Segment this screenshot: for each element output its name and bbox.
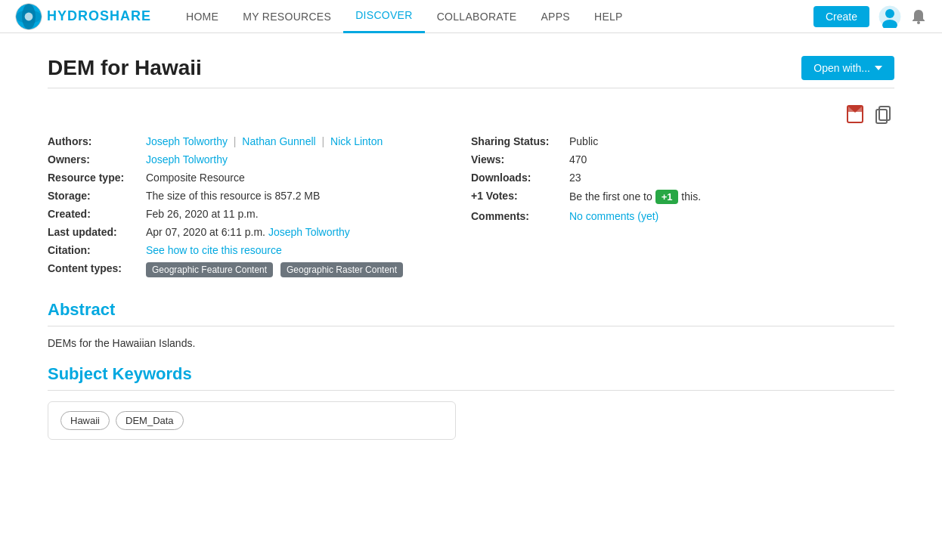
created-label: Created:	[48, 208, 146, 220]
downloads-value: 23	[569, 172, 581, 184]
votes-row: +1 Votes: Be the first one to +1 this.	[471, 190, 894, 204]
meta-col-left: Authors: Joseph Tolworthy | Nathan Gunne…	[48, 135, 471, 277]
chevron-down-icon	[875, 64, 882, 72]
comments-value: No comments (yet)	[569, 210, 658, 222]
citation-label: Citation:	[48, 244, 146, 256]
content-type-badge-raster: Geographic Raster Content	[280, 262, 403, 277]
sharing-status-row: Sharing Status: Public	[471, 135, 894, 147]
vote-button[interactable]: +1	[655, 190, 679, 204]
abstract-divider	[48, 326, 894, 326]
content-types-label: Content types:	[48, 262, 146, 274]
meta-col-right: Sharing Status: Public Views: 470 Downlo…	[471, 135, 894, 277]
owners-value: Joseph Tolworthy	[146, 153, 228, 166]
keywords-box: Hawaii DEM_Data	[48, 401, 456, 440]
author-joseph[interactable]: Joseph Tolworthy	[146, 135, 228, 147]
comments-row: Comments: No comments (yet)	[471, 210, 894, 222]
citation-value: See how to cite this resource	[146, 244, 282, 256]
open-with-button[interactable]: Open with...	[801, 56, 894, 80]
keyword-hawaii: Hawaii	[60, 411, 110, 430]
content-type-badge-feature: Geographic Feature Content	[146, 262, 273, 277]
svg-rect-13	[876, 110, 887, 123]
keyword-dem-data: DEM_Data	[116, 411, 184, 430]
resource-type-value: Composite Resource	[146, 172, 245, 184]
author-nathan[interactable]: Nathan Gunnell	[242, 135, 315, 147]
resource-type-row: Resource type: Composite Resource	[48, 172, 471, 184]
abstract-heading: Abstract	[48, 300, 894, 320]
bookmark-icon[interactable]	[844, 104, 866, 125]
nav-collaborate[interactable]: COLLABORATE	[425, 0, 529, 33]
votes-label: +1 Votes:	[471, 190, 569, 202]
owners-row: Owners: Joseph Tolworthy	[48, 153, 471, 166]
svg-rect-12	[879, 107, 890, 120]
navbar-right: Create	[813, 5, 927, 28]
authors-value: Joseph Tolworthy | Nathan Gunnell | Nick…	[146, 135, 383, 147]
storage-value: The size of this resource is 857.2 MB	[146, 190, 320, 202]
create-button[interactable]: Create	[813, 6, 869, 27]
last-updated-author-link[interactable]: Joseph Tolworthy	[268, 226, 350, 238]
nav-help[interactable]: HELP	[582, 0, 635, 33]
views-row: Views: 470	[471, 153, 894, 166]
sharing-status-label: Sharing Status:	[471, 135, 569, 147]
storage-label: Storage:	[48, 190, 146, 202]
abstract-text: DEMs for the Hawaiian Islands.	[48, 337, 894, 349]
authors-label: Authors:	[48, 135, 146, 147]
nav-home[interactable]: HOME	[174, 0, 231, 33]
hydroshare-logo	[15, 3, 42, 30]
user-avatar-icon[interactable]	[878, 5, 901, 28]
owner-link[interactable]: Joseph Tolworthy	[146, 153, 228, 166]
svg-marker-8	[875, 66, 882, 70]
abstract-section: Abstract DEMs for the Hawaiian Islands.	[48, 300, 894, 349]
content-types-value: Geographic Feature Content Geographic Ra…	[146, 262, 407, 277]
nav-discover[interactable]: DISCOVER	[343, 0, 425, 33]
owners-label: Owners:	[48, 153, 146, 166]
action-icons	[48, 104, 894, 125]
comments-label: Comments:	[471, 210, 569, 222]
nav-links: HOME MY RESOURCES DISCOVER COLLABORATE A…	[174, 0, 813, 33]
nav-my-resources[interactable]: MY RESOURCES	[231, 0, 343, 33]
comments-link[interactable]: No comments (yet)	[569, 210, 658, 222]
notification-bell-icon[interactable]	[910, 8, 927, 25]
sharing-status-value: Public	[569, 135, 598, 147]
resource-header: DEM for Hawaii Open with...	[48, 56, 894, 80]
subject-keywords-heading: Subject Keywords	[48, 364, 894, 384]
svg-point-5	[885, 9, 894, 18]
last-updated-row: Last updated: Apr 07, 2020 at 6:11 p.m. …	[48, 226, 471, 238]
svg-point-3	[25, 12, 33, 20]
last-updated-value: Apr 07, 2020 at 6:11 p.m. Joseph Tolwort…	[146, 226, 350, 238]
authors-row: Authors: Joseph Tolworthy | Nathan Gunne…	[48, 135, 471, 147]
header-divider	[48, 88, 894, 88]
svg-rect-11	[847, 106, 863, 112]
brand-link[interactable]: HYDROSHARE	[15, 3, 151, 30]
views-value: 470	[569, 153, 587, 166]
brand-name: HYDROSHARE	[47, 8, 151, 24]
resource-type-label: Resource type:	[48, 172, 146, 184]
created-value: Feb 26, 2020 at 11 p.m.	[146, 208, 259, 220]
svg-point-7	[917, 21, 920, 24]
nav-apps[interactable]: APPS	[528, 0, 582, 33]
resource-title: DEM for Hawaii	[48, 56, 202, 80]
keywords-divider	[48, 390, 894, 391]
main-content: DEM for Hawaii Open with... Authors: Jos…	[17, 33, 925, 463]
last-updated-label: Last updated:	[48, 226, 146, 238]
storage-row: Storage: The size of this resource is 85…	[48, 190, 471, 202]
citation-link[interactable]: See how to cite this resource	[146, 244, 282, 256]
navbar: HYDROSHARE HOME MY RESOURCES DISCOVER CO…	[0, 0, 942, 33]
citation-row: Citation: See how to cite this resource	[48, 244, 471, 256]
content-types-row: Content types: Geographic Feature Conten…	[48, 262, 471, 277]
metadata-section: Authors: Joseph Tolworthy | Nathan Gunne…	[48, 135, 894, 277]
created-row: Created: Feb 26, 2020 at 11 p.m.	[48, 208, 471, 220]
downloads-row: Downloads: 23	[471, 172, 894, 184]
copy-icon[interactable]	[873, 104, 894, 125]
votes-value: Be the first one to +1 this.	[569, 190, 701, 204]
views-label: Views:	[471, 153, 569, 166]
downloads-label: Downloads:	[471, 172, 569, 184]
author-nick[interactable]: Nick Linton	[330, 135, 383, 147]
subject-keywords-section: Subject Keywords Hawaii DEM_Data	[48, 364, 894, 440]
